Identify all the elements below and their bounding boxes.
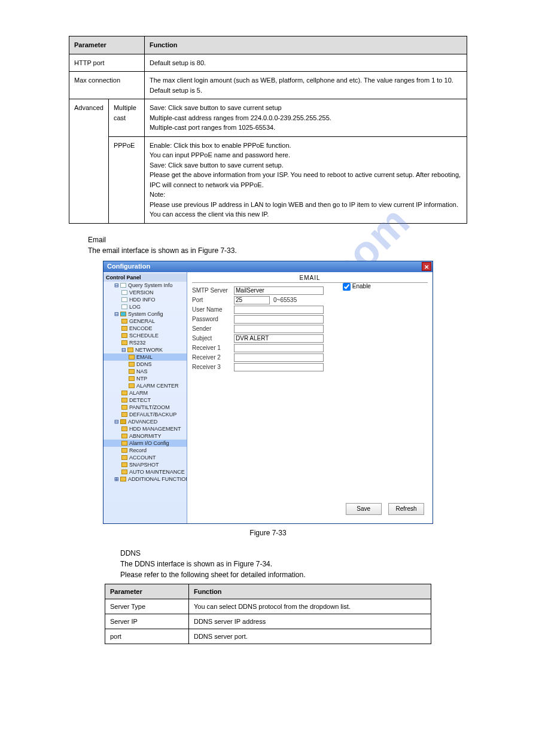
tree-hdd-info[interactable]: HDD INFO xyxy=(103,296,187,303)
tree-account[interactable]: ACCOUNT xyxy=(103,454,187,461)
receiver1-label: Receiver 1 xyxy=(192,345,234,351)
cell-func: You can select DDNS protocol from the dr… xyxy=(188,599,431,614)
tree-alarm-center[interactable]: ALARM CENTER xyxy=(103,382,187,389)
th-parameter: Parameter xyxy=(69,36,145,54)
enable-checkbox-group: Enable xyxy=(343,283,371,291)
tree-detect[interactable]: DETECT xyxy=(103,397,187,404)
ddns-parameter-table: Parameter Function Server Type You can s… xyxy=(105,584,431,644)
cell-param: port xyxy=(105,629,188,644)
password-input[interactable] xyxy=(234,315,324,324)
enable-checkbox[interactable] xyxy=(343,283,351,291)
cell-func: Save: Click save button to save current … xyxy=(144,99,467,137)
cell-func: DDNS server port. xyxy=(188,629,431,644)
form-heading: EMAIL xyxy=(192,275,428,283)
ddns-intro: The DDNS interface is shown as in Figure… xyxy=(120,559,416,580)
tree-network[interactable]: ⊟NETWORK xyxy=(103,346,187,353)
port-hint: 0~65535 xyxy=(273,297,297,303)
tree-alarm-io[interactable]: Alarm I/O Config xyxy=(103,440,187,447)
tree-general[interactable]: GENERAL xyxy=(103,318,187,325)
cell-advanced: Advanced xyxy=(69,99,109,224)
tree-auto-maint[interactable]: AUTO MAINTENANCE xyxy=(103,468,187,475)
tree-snapshot[interactable]: SNAPSHOT xyxy=(103,461,187,468)
sender-input[interactable] xyxy=(234,325,324,333)
form-area: EMAIL Enable SMTP Server Port 0~65535 Us… xyxy=(187,272,433,523)
tree-header: Control Panel xyxy=(103,273,187,282)
parameter-function-table-1: Parameter Function HTTP port Default set… xyxy=(69,36,467,224)
cell-param: Max connection xyxy=(69,72,145,99)
tree-log[interactable]: LOG xyxy=(103,303,187,310)
port-label: Port xyxy=(192,297,234,303)
tree-alarm[interactable]: ALARM xyxy=(103,389,187,397)
email-heading: Email xyxy=(88,236,467,244)
window-title: Configuration xyxy=(107,263,150,270)
ddns-heading: DDNS xyxy=(120,548,416,559)
enable-label: Enable xyxy=(352,283,371,289)
smtp-input[interactable] xyxy=(234,286,324,295)
sender-label: Sender xyxy=(192,325,234,332)
user-label: User Name xyxy=(192,306,234,313)
tree-ntp[interactable]: NTP xyxy=(103,375,187,382)
cell-param: Server IP xyxy=(105,614,188,629)
tree-advanced[interactable]: ⊟ADVANCED xyxy=(103,418,187,425)
tree-system-config[interactable]: ⊟System Config xyxy=(103,310,187,318)
tree-ddns[interactable]: DDNS xyxy=(103,361,187,368)
figure-caption: Figure 7-33 xyxy=(69,529,467,537)
receiver3-label: Receiver 3 xyxy=(192,364,234,370)
receiver2-label: Receiver 2 xyxy=(192,354,234,361)
cell-func: The max client login amount (such as WEB… xyxy=(144,72,467,99)
tree-ptz[interactable]: PAN/TILT/ZOOM xyxy=(103,404,187,411)
th-function: Function xyxy=(188,584,431,599)
subject-input[interactable] xyxy=(234,334,324,343)
cell-func: Enable: Click this box to enable PPPoE f… xyxy=(144,136,467,223)
tree-nas[interactable]: NAS xyxy=(103,368,187,375)
tree-query-system-info[interactable]: ⊟Query System Info xyxy=(103,282,187,289)
configuration-window: Configuration ✕ Control Panel ⊟Query Sys… xyxy=(103,261,433,524)
cell-sub: PPPoE xyxy=(108,136,144,223)
tree-email[interactable]: EMAIL xyxy=(103,353,187,361)
user-input[interactable] xyxy=(234,306,324,314)
password-label: Password xyxy=(192,316,234,322)
tree-schedule[interactable]: SCHEDULE xyxy=(103,332,187,339)
th-function: Function xyxy=(144,36,467,54)
window-titlebar: Configuration ✕ xyxy=(103,261,433,272)
close-icon[interactable]: ✕ xyxy=(422,262,431,271)
tree-additional[interactable]: ⊞ADDITIONAL FUNCTION xyxy=(103,475,187,483)
cell-param: Server Type xyxy=(105,599,188,614)
tree-hdd-mgmt[interactable]: HDD MANAGEMENT xyxy=(103,425,187,432)
cell-func: DDNS server IP address xyxy=(188,614,431,629)
th-parameter: Parameter xyxy=(105,584,188,599)
subject-label: Subject xyxy=(192,335,234,342)
port-input[interactable] xyxy=(234,296,270,304)
cell-param: HTTP port xyxy=(69,54,145,72)
refresh-button[interactable]: Refresh xyxy=(388,503,424,515)
tree-abnormity[interactable]: ABNORMITY xyxy=(103,432,187,440)
receiver3-input[interactable] xyxy=(234,363,324,371)
tree-default-backup[interactable]: DEFAULT/BACKUP xyxy=(103,411,187,418)
save-button[interactable]: Save xyxy=(346,503,382,515)
receiver2-input[interactable] xyxy=(234,353,324,362)
smtp-label: SMTP Server xyxy=(192,287,234,294)
cell-func: Default setup is 80. xyxy=(144,54,467,72)
tree-rs232[interactable]: RS232 xyxy=(103,339,187,346)
tree-panel: Control Panel ⊟Query System Info VERSION… xyxy=(103,272,187,523)
tree-encode[interactable]: ENCODE xyxy=(103,325,187,332)
tree-record[interactable]: Record xyxy=(103,447,187,454)
receiver1-input[interactable] xyxy=(234,344,324,352)
email-intro: The email interface is shown as in Figur… xyxy=(88,246,467,255)
cell-sub: Multiple cast xyxy=(108,99,144,137)
tree-version[interactable]: VERSION xyxy=(103,289,187,296)
